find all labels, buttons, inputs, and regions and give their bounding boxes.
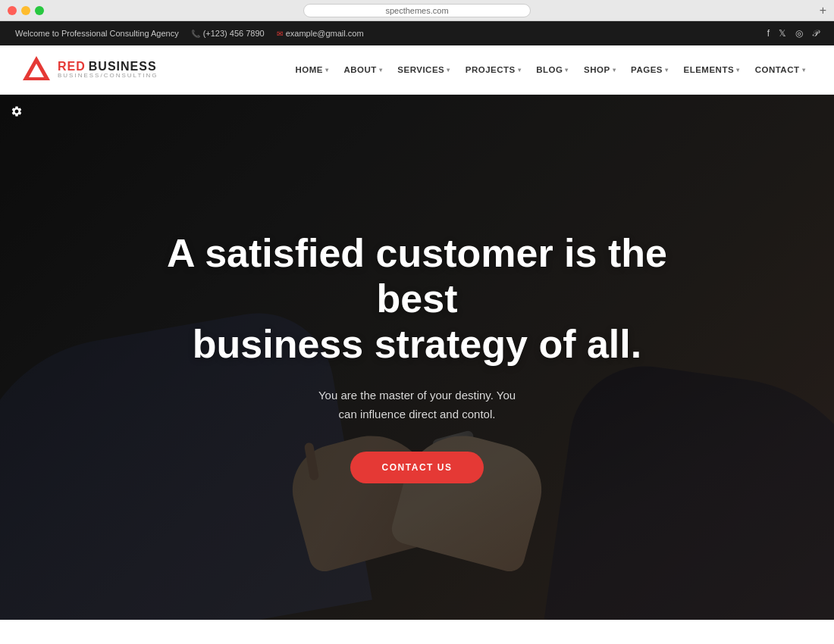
chevron-down-icon: ▾ (565, 67, 569, 73)
pinterest-icon[interactable]: 𝒫 (812, 28, 819, 39)
nav-pages-label: PAGES (631, 65, 663, 74)
hero-section: A satisfied customer is the best busines… (0, 95, 834, 620)
close-button[interactable] (8, 6, 17, 15)
address-bar[interactable]: specthemes.com (303, 4, 531, 17)
email-icon: ✉ (277, 30, 283, 38)
welcome-text: Welcome to Professional Consulting Agenc… (15, 29, 179, 38)
nav-blog[interactable]: BLOG ▾ (530, 61, 575, 79)
settings-gear-icon[interactable] (11, 105, 23, 120)
nav-contact[interactable]: CONTACT ▾ (749, 61, 811, 79)
nav-home[interactable]: HOME ▾ (289, 61, 334, 79)
header: RED BUSINESS BUSINESS/CONSULTING HOME ▾ … (0, 45, 834, 95)
maximize-button[interactable] (35, 6, 44, 15)
nav-services[interactable]: SERVICES ▾ (391, 61, 456, 79)
nav-shop-label: SHOP (584, 65, 610, 74)
hero-heading: A satisfied customer is the best busines… (163, 231, 671, 367)
nav-elements-label: ELEMENTS (684, 65, 735, 74)
phone-icon: 📞 (191, 30, 200, 38)
chevron-down-icon: ▾ (379, 67, 383, 73)
nav-projects[interactable]: PROJECTS ▾ (459, 61, 528, 79)
nav-about-label: ABOUT (343, 65, 376, 74)
logo-red-text: RED (58, 60, 86, 73)
logo-icon (23, 56, 50, 83)
twitter-icon[interactable]: 𝕏 (779, 28, 786, 39)
hero-subtext: You are the master of your destiny. You … (163, 386, 671, 424)
logo-subtitle: BUSINESS/CONSULTING (58, 73, 158, 80)
hero-heading-line2: business strategy of all. (193, 322, 641, 366)
chevron-down-icon: ▾ (665, 67, 669, 73)
logo-dark-text: BUSINESS (89, 60, 157, 73)
chevron-down-icon: ▾ (736, 67, 740, 73)
browser-window-controls (8, 6, 44, 15)
email-contact: ✉ example@gmail.com (277, 29, 364, 38)
chevron-down-icon: ▾ (518, 67, 522, 73)
chevron-down-icon: ▾ (802, 67, 806, 73)
instagram-icon[interactable]: ◎ (795, 28, 803, 39)
chevron-down-icon: ▾ (613, 67, 616, 73)
top-bar: Welcome to Professional Consulting Agenc… (0, 21, 834, 45)
top-bar-left: Welcome to Professional Consulting Agenc… (15, 29, 364, 38)
nav-shop[interactable]: SHOP ▾ (578, 61, 622, 79)
nav-home-label: HOME (295, 65, 323, 74)
logo-text: RED BUSINESS BUSINESS/CONSULTING (58, 60, 158, 80)
contact-us-button[interactable]: CONTACT US (350, 452, 484, 483)
nav-services-label: SERVICES (397, 65, 444, 74)
minimize-button[interactable] (21, 6, 30, 15)
browser-chrome: specthemes.com + (0, 0, 834, 21)
logo-brand-name: RED BUSINESS (58, 60, 158, 73)
nav-contact-label: CONTACT (755, 65, 800, 74)
email-address: example@gmail.com (286, 29, 364, 38)
hero-heading-line1: A satisfied customer is the best (167, 231, 667, 320)
chevron-down-icon: ▾ (447, 67, 450, 73)
phone-number: (+123) 456 7890 (203, 29, 265, 38)
phone-contact: 📞 (+123) 456 7890 (191, 29, 265, 38)
social-links: f 𝕏 ◎ 𝒫 (767, 28, 819, 39)
nav-blog-label: BLOG (536, 65, 563, 74)
new-tab-button[interactable]: + (820, 4, 826, 17)
nav-projects-label: PROJECTS (466, 65, 516, 74)
hero-subtext-line2: can influence direct and contol. (339, 408, 496, 420)
site-logo[interactable]: RED BUSINESS BUSINESS/CONSULTING (23, 56, 158, 83)
nav-about[interactable]: ABOUT ▾ (337, 61, 388, 79)
address-text: specthemes.com (385, 6, 448, 15)
nav-elements[interactable]: ELEMENTS ▾ (678, 61, 746, 79)
logo-triangle-inner (29, 64, 44, 77)
chevron-down-icon: ▾ (325, 67, 329, 73)
hero-content: A satisfied customer is the best busines… (133, 231, 701, 483)
main-nav: HOME ▾ ABOUT ▾ SERVICES ▾ PROJECTS ▾ BLO… (289, 61, 811, 79)
facebook-icon[interactable]: f (767, 28, 770, 39)
hero-subtext-line1: You are the master of your destiny. You (318, 389, 516, 402)
nav-pages[interactable]: PAGES ▾ (625, 61, 674, 79)
